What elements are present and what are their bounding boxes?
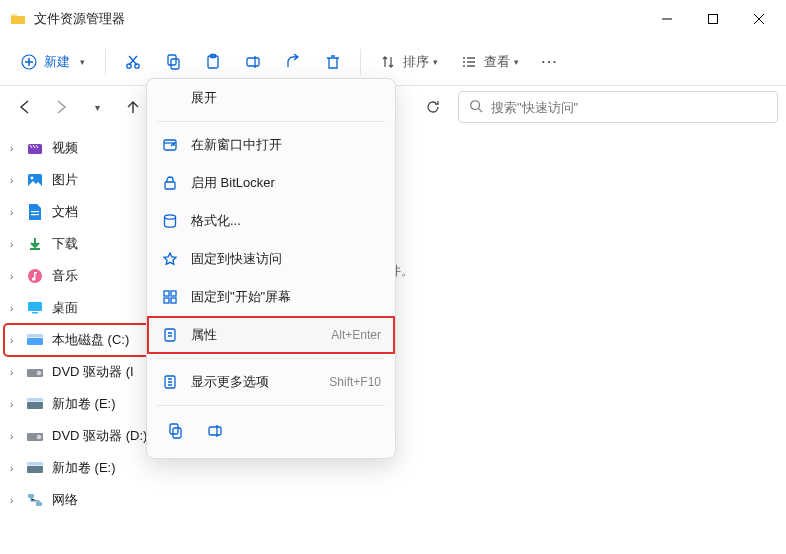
chevron-right-icon: › — [10, 463, 24, 474]
chevron-right-icon: › — [10, 175, 24, 186]
context-menu-item[interactable]: 属性 Alt+Enter — [147, 316, 395, 354]
sidebar-item-6[interactable]: › 本地磁盘 (C:) — [4, 324, 156, 356]
context-menu-item-label: 显示更多选项 — [191, 373, 317, 391]
svg-rect-17 — [27, 338, 43, 345]
cut-button[interactable] — [114, 44, 152, 80]
sidebar-item-3[interactable]: › 下载 — [4, 228, 156, 260]
sidebar-item-label: 新加卷 (E:) — [52, 395, 116, 413]
chevron-down-icon: ▾ — [514, 57, 519, 67]
sidebar-item-8[interactable]: › 新加卷 (E:) — [4, 388, 156, 420]
svg-rect-40 — [170, 424, 178, 434]
sort-button[interactable]: 排序 ▾ — [369, 44, 448, 80]
context-menu: 展开 在新窗口中打开 启用 BitLocker 格式化... 固定到快速访问 固… — [146, 78, 396, 459]
toolbar-separator — [360, 49, 361, 75]
search-input[interactable] — [491, 100, 767, 115]
svg-rect-27 — [28, 494, 34, 498]
copy-button[interactable] — [154, 44, 192, 80]
refresh-button[interactable] — [416, 90, 450, 124]
svg-point-33 — [165, 215, 176, 219]
svg-rect-35 — [171, 291, 176, 296]
sidebar-item-icon — [26, 459, 44, 477]
up-button[interactable] — [116, 90, 150, 124]
new-button[interactable]: 新建 ▾ — [8, 44, 97, 80]
sidebar-item-icon — [26, 299, 44, 317]
context-menu-item[interactable]: 在新窗口中打开 — [147, 126, 395, 164]
rename-button[interactable] — [234, 44, 272, 80]
sidebar-item-label: 音乐 — [52, 267, 78, 285]
context-menu-item-icon — [161, 288, 179, 306]
sidebar-item-icon — [26, 171, 44, 189]
sidebar-item-label: 下载 — [52, 235, 78, 253]
svg-rect-25 — [27, 466, 43, 473]
sidebar-item-icon — [26, 427, 44, 445]
svg-point-12 — [31, 177, 34, 180]
rename-button[interactable] — [201, 417, 229, 445]
titlebar: 文件资源管理器 — [0, 0, 786, 38]
more-button[interactable]: ··· — [531, 44, 569, 80]
close-button[interactable] — [736, 4, 782, 34]
context-menu-item[interactable]: 固定到"开始"屏幕 — [147, 278, 395, 316]
maximize-button[interactable] — [690, 4, 736, 34]
context-menu-item[interactable]: 展开 — [147, 79, 395, 117]
svg-rect-37 — [171, 298, 176, 303]
chevron-right-icon: › — [10, 367, 24, 378]
context-menu-item[interactable]: 固定到快速访问 — [147, 240, 395, 278]
search-box[interactable] — [458, 91, 778, 123]
sidebar-item-9[interactable]: › DVD 驱动器 (D:) — [4, 420, 156, 452]
sidebar-item-7[interactable]: › DVD 驱动器 (I — [4, 356, 156, 388]
paste-icon — [204, 53, 222, 71]
chevron-right-icon: › — [10, 399, 24, 410]
context-menu-item-icon — [161, 89, 179, 107]
sidebar: › 视频› 图片› 文档› 下载› 音乐› 桌面› 本地磁盘 (C:)› DVD… — [0, 128, 160, 554]
context-menu-item[interactable]: 格式化... — [147, 202, 395, 240]
recent-button[interactable]: ▾ — [80, 90, 114, 124]
context-menu-item-label: 在新窗口中打开 — [191, 136, 381, 154]
context-menu-item[interactable]: 显示更多选项 Shift+F10 — [147, 363, 395, 401]
view-icon — [460, 53, 478, 71]
svg-rect-36 — [164, 298, 169, 303]
back-button[interactable] — [8, 90, 42, 124]
paste-button[interactable] — [194, 44, 232, 80]
minimize-button[interactable] — [644, 4, 690, 34]
svg-rect-21 — [27, 402, 43, 409]
sidebar-item-5[interactable]: › 桌面 — [4, 292, 156, 324]
sidebar-item-0[interactable]: › 视频 — [4, 132, 156, 164]
svg-rect-16 — [32, 312, 38, 314]
svg-point-20 — [37, 371, 42, 376]
sidebar-item-label: 文档 — [52, 203, 78, 221]
sidebar-item-icon — [26, 235, 44, 253]
sort-icon — [379, 53, 397, 71]
sidebar-item-10[interactable]: › 新加卷 (E:) — [4, 452, 156, 484]
sidebar-item-icon — [26, 395, 44, 413]
svg-rect-4 — [168, 55, 176, 65]
window-title: 文件资源管理器 — [34, 10, 644, 28]
sidebar-item-label: 桌面 — [52, 299, 78, 317]
copy-button[interactable] — [161, 417, 189, 445]
sidebar-item-11[interactable]: › 网络 — [4, 484, 156, 516]
context-menu-separator — [157, 405, 385, 406]
chevron-right-icon: › — [10, 303, 24, 314]
sidebar-item-label: 新加卷 (E:) — [52, 459, 116, 477]
svg-rect-8 — [247, 58, 259, 66]
sidebar-item-icon — [26, 139, 44, 157]
chevron-down-icon: ▾ — [95, 102, 100, 113]
context-menu-iconrow — [147, 410, 395, 452]
context-menu-item-label: 展开 — [191, 89, 381, 107]
sidebar-item-4[interactable]: › 音乐 — [4, 260, 156, 292]
share-button[interactable] — [274, 44, 312, 80]
context-menu-item-shortcut: Alt+Enter — [331, 328, 381, 342]
context-menu-item[interactable]: 启用 BitLocker — [147, 164, 395, 202]
forward-button[interactable] — [44, 90, 78, 124]
search-icon — [469, 99, 483, 116]
sidebar-item-2[interactable]: › 文档 — [4, 196, 156, 228]
sidebar-item-1[interactable]: › 图片 — [4, 164, 156, 196]
sidebar-item-icon — [26, 331, 44, 349]
folder-icon — [10, 11, 26, 27]
chevron-right-icon: › — [10, 335, 24, 346]
context-menu-item-label: 固定到"开始"屏幕 — [191, 288, 381, 306]
svg-rect-5 — [171, 59, 179, 69]
context-menu-item-icon — [161, 250, 179, 268]
context-menu-item-icon — [161, 212, 179, 230]
delete-button[interactable] — [314, 44, 352, 80]
view-button[interactable]: 查看 ▾ — [450, 44, 529, 80]
